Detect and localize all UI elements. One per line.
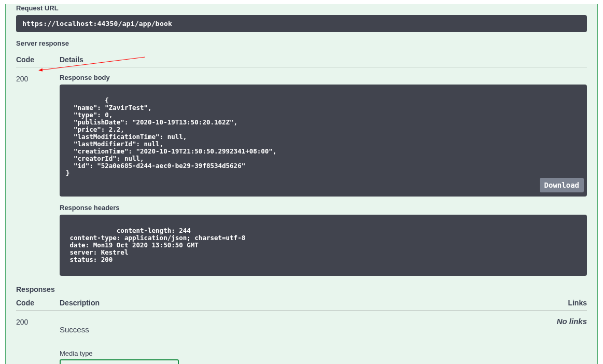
col-code-header-2: Code (16, 299, 60, 307)
response-code: 200 (16, 74, 60, 83)
response-body-block: { "name": "ZavirTest", "type": 0, "publi… (60, 85, 587, 197)
col-details-header: Details (60, 55, 587, 64)
download-button[interactable]: Download (540, 178, 584, 192)
response-body-text: { "name": "ZavirTest", "type": 0, "publi… (66, 96, 276, 177)
response-headers-block: content-length: 244 content-type: applic… (60, 215, 587, 276)
response-headers-text: content-length: 244 content-type: applic… (66, 227, 245, 263)
swagger-operation-panel: Request URL https://localhost:44350/api/… (5, 4, 598, 364)
col-description-header: Description (60, 299, 545, 307)
response-headers-label: Response headers (60, 204, 587, 212)
media-type-select-wrap[interactable]: text/plain (60, 359, 179, 364)
responses-label: Responses (16, 285, 587, 293)
response-body-label: Response body (60, 74, 587, 81)
responses-row: 200 Success Media type text/plain Contro… (16, 311, 587, 364)
response-table-header: Code Details (16, 50, 587, 67)
col-code-header: Code (16, 55, 60, 64)
responses-table-header: Code Description Links (16, 293, 587, 311)
media-type-label: Media type (60, 349, 545, 357)
request-url-value: https://localhost:44350/api/app/book (16, 15, 587, 32)
media-type-select[interactable]: text/plain (60, 359, 179, 364)
server-response-label: Server response (16, 39, 587, 47)
responses-code: 200 (16, 317, 60, 326)
success-description: Success (60, 325, 545, 334)
no-links-text: No links (557, 317, 587, 326)
request-url-label: Request URL (16, 4, 587, 12)
col-links-header: Links (545, 299, 587, 307)
server-response-row: 200 Response body { "name": "ZavirTest",… (16, 67, 587, 276)
